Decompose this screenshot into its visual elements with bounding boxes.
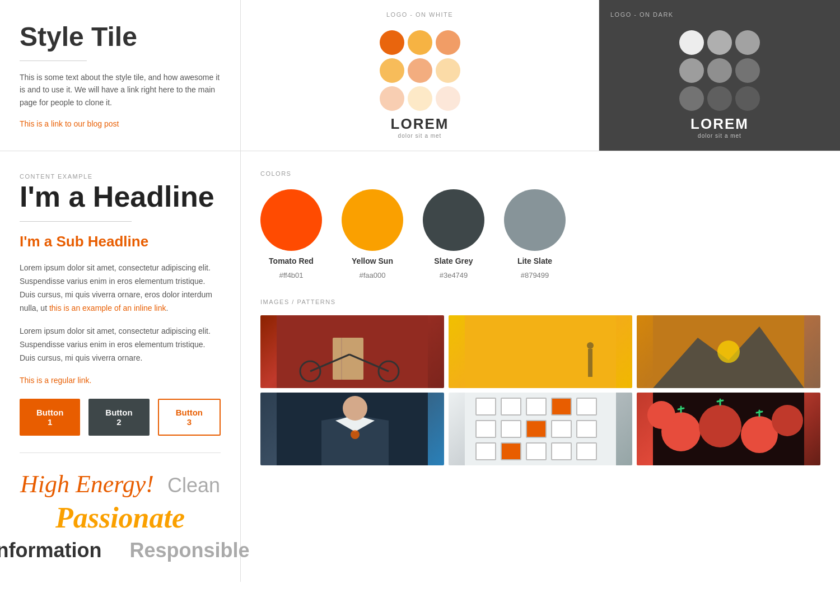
button-3[interactable]: Button 3 <box>158 399 221 436</box>
typo-high-energy: High Energy! <box>20 470 154 498</box>
svg-rect-49 <box>526 443 546 460</box>
svg-point-11 <box>735 30 760 55</box>
typography-line-3: Information Responsible <box>20 539 221 562</box>
content-example-panel: CONTENT EXAMPLE I'm a Headline I'm a Sub… <box>0 151 241 582</box>
svg-point-34 <box>351 430 360 439</box>
svg-point-9 <box>679 30 704 55</box>
svg-point-14 <box>735 58 760 83</box>
image-tomatoes <box>637 393 820 465</box>
svg-point-3 <box>380 58 404 83</box>
svg-rect-27 <box>465 315 616 388</box>
logo-white-text: LOREM <box>391 115 449 133</box>
logo-dark-container: LOREM dolor sit a met <box>675 25 764 139</box>
svg-rect-48 <box>501 443 521 460</box>
image-yellow-wall-svg <box>449 315 632 388</box>
logo-dark-label: LOGO - ON DARK <box>610 11 674 18</box>
svg-rect-40 <box>552 398 571 415</box>
svg-point-17 <box>735 86 760 111</box>
images-grid <box>260 315 820 465</box>
logo-dark-subtext: dolor sit a met <box>698 133 741 139</box>
svg-point-54 <box>699 405 741 447</box>
style-tile-intro: Style Tile This is some text about the s… <box>0 0 241 151</box>
color-name-yellow-sun: Yellow Sun <box>352 256 393 265</box>
regular-link[interactable]: This is a regular link. <box>20 376 91 385</box>
image-person-svg <box>260 393 444 465</box>
content-subheadline: I'm a Sub Headline <box>20 233 221 250</box>
svg-rect-42 <box>476 421 496 437</box>
logo-on-white-panel: LOGO - ON WHITE LOREM dolor sit a met <box>241 0 599 151</box>
color-hex-lite-slate: #879499 <box>521 271 549 279</box>
page-title: Style Tile <box>20 22 221 52</box>
svg-point-5 <box>436 58 460 83</box>
svg-point-2 <box>436 30 460 55</box>
image-building <box>449 393 632 465</box>
color-hex-slate-grey: #3e4749 <box>440 271 468 279</box>
images-label: IMAGES / PATTERNS <box>260 298 336 305</box>
color-swatch-tomato-red <box>260 189 322 251</box>
svg-rect-28 <box>588 349 592 377</box>
colors-section: COLORS Tomato Red #ff4b01 Yellow Sun #fa… <box>260 168 820 279</box>
color-item-lite-slate: Lite Slate #879499 <box>504 189 566 279</box>
color-item-slate-grey: Slate Grey #3e4749 <box>423 189 484 279</box>
svg-rect-39 <box>526 398 546 415</box>
content-headline: I'm a Headline <box>20 181 221 213</box>
typography-line-1: High Energy! Clean <box>20 470 221 498</box>
svg-point-7 <box>408 86 432 111</box>
svg-point-6 <box>380 86 404 111</box>
headline-divider <box>20 221 132 222</box>
svg-point-10 <box>707 30 732 55</box>
svg-point-57 <box>647 401 675 429</box>
svg-point-4 <box>408 58 432 83</box>
image-red-wall-svg <box>260 315 444 388</box>
svg-point-35 <box>343 396 367 421</box>
inline-link[interactable]: this is an example of an inline link <box>49 304 166 312</box>
svg-rect-44 <box>526 421 546 437</box>
svg-rect-38 <box>501 398 521 415</box>
svg-point-29 <box>587 342 594 349</box>
color-item-tomato-red: Tomato Red #ff4b01 <box>260 189 322 279</box>
color-hex-tomato-red: #ff4b01 <box>279 271 303 279</box>
svg-rect-41 <box>577 398 596 415</box>
svg-rect-50 <box>552 443 571 460</box>
logo-white-svg <box>375 26 465 115</box>
content-body-1: Lorem ipsum dolor sit amet, consectetur … <box>20 262 221 315</box>
svg-rect-37 <box>476 398 496 415</box>
image-yellow-wall <box>449 315 632 388</box>
typo-clean: Clean <box>167 474 220 497</box>
svg-point-12 <box>679 58 704 83</box>
content-body-2: Lorem ipsum dolor sit amet, consectetur … <box>20 325 221 365</box>
typography-line-2: Passionate <box>20 501 221 534</box>
color-name-lite-slate: Lite Slate <box>517 256 552 265</box>
images-section: IMAGES / PATTERNS <box>260 296 820 465</box>
intro-description: This is some text about the style tile, … <box>20 71 221 109</box>
image-heart-sunset <box>637 315 820 388</box>
logo-on-dark-panel: LOGO - ON DARK LOREM dolor sit a met <box>599 0 840 151</box>
typo-passionate: Passionate <box>20 501 221 534</box>
color-swatch-yellow-sun <box>342 189 403 251</box>
logo-dark-svg <box>675 26 764 115</box>
svg-point-13 <box>707 58 732 83</box>
svg-point-32 <box>717 340 740 363</box>
color-item-yellow-sun: Yellow Sun #faa000 <box>342 189 403 279</box>
svg-rect-46 <box>577 421 596 437</box>
svg-rect-45 <box>552 421 571 437</box>
colors-row: Tomato Red #ff4b01 Yellow Sun #faa000 Sl… <box>260 189 820 279</box>
blog-post-link[interactable]: This is a link to our blog post <box>20 119 119 128</box>
logo-white-label: LOGO - ON WHITE <box>386 11 453 18</box>
svg-rect-43 <box>501 421 521 437</box>
color-swatch-lite-slate <box>504 189 566 251</box>
title-divider <box>20 60 87 61</box>
logo-white-container: LOREM dolor sit a met <box>375 25 465 139</box>
image-heart-svg <box>637 315 820 388</box>
content-example-label: CONTENT EXAMPLE <box>20 173 93 180</box>
image-building-svg <box>449 393 632 465</box>
button-1[interactable]: Button 1 <box>20 399 80 436</box>
colors-images-panel: COLORS Tomato Red #ff4b01 Yellow Sun #fa… <box>241 151 840 582</box>
section-divider <box>20 452 221 453</box>
svg-rect-47 <box>476 443 496 460</box>
logo-dark-text: LOREM <box>690 115 749 133</box>
button-2[interactable]: Button 2 <box>88 399 149 436</box>
svg-point-0 <box>380 30 404 55</box>
colors-label: COLORS <box>260 170 291 177</box>
color-hex-yellow-sun: #faa000 <box>360 271 386 279</box>
